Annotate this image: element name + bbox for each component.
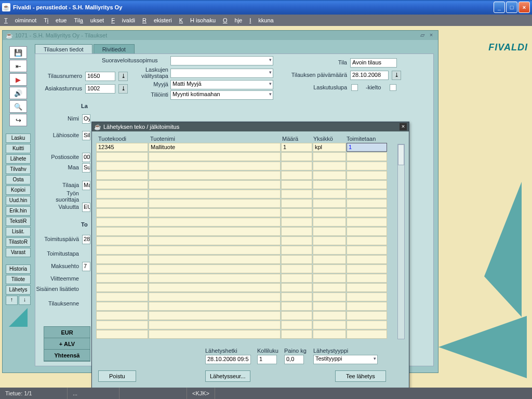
btn-tilpvm-cal[interactable]: ⤓ <box>392 71 401 80</box>
down-button[interactable]: ↓ <box>19 296 31 305</box>
table-row[interactable] <box>96 227 396 236</box>
btn-historia[interactable]: Historia <box>6 264 31 274</box>
table-row[interactable] <box>96 321 396 329</box>
tab-tilauksen-tiedot[interactable]: Tilauksen tiedot <box>35 44 92 54</box>
btn-poistu[interactable]: Poistu <box>98 370 136 382</box>
play-icon[interactable]: ▶ <box>9 73 27 86</box>
table-row[interactable] <box>96 171 396 180</box>
chk-laskutuslupa[interactable] <box>351 84 358 91</box>
table-row[interactable] <box>96 292 396 301</box>
btn-osta[interactable]: Osta <box>6 175 31 184</box>
btn-lasku[interactable]: Lasku <box>6 134 31 143</box>
tab-rivitiedot[interactable]: Rivitiedot <box>94 44 135 54</box>
inp-lahi[interactable]: Sil <box>82 131 90 140</box>
minimize-button[interactable]: _ <box>494 2 505 13</box>
table-row[interactable] <box>96 180 396 189</box>
combo-tiliointi[interactable]: Myynti kotimaahan <box>170 90 273 100</box>
btn-lahetysseur[interactable]: Lähetysseur... <box>205 370 250 382</box>
inp-toimpvm[interactable]: 28 <box>82 235 90 244</box>
zoom-icon[interactable]: 🔍 <box>9 100 27 113</box>
col-tuotenimi[interactable]: Tuotenimi <box>148 135 280 143</box>
combo-suorav[interactable] <box>170 56 273 65</box>
combo-tyyppi[interactable]: Testityyppi <box>313 355 378 364</box>
status-tietue: Tietue: 1/1 <box>0 388 68 399</box>
menu-toiminnot[interactable]: Toiminnot <box>4 17 36 23</box>
table-row[interactable] <box>96 330 396 339</box>
inp-lahetyshetki[interactable]: 28.10.2008 09:5 <box>205 355 251 364</box>
up-button[interactable]: ↑ <box>6 296 18 305</box>
menu-ohje[interactable]: Ohje <box>223 17 242 23</box>
sound-icon[interactable]: 🔊 <box>9 87 27 99</box>
table-row[interactable] <box>96 236 396 245</box>
table-row[interactable] <box>96 208 396 217</box>
btn-kopioi[interactable]: Kopioi <box>6 185 31 195</box>
btn-uudhin[interactable]: Uud.hin <box>6 196 31 205</box>
dialog-close-button[interactable]: × <box>400 123 407 130</box>
inp-tila[interactable]: Avoin tilaus <box>350 58 397 68</box>
btn-tee-lahetys[interactable]: Tee lähetys <box>335 370 386 382</box>
menu-kh[interactable]: KH isohaku <box>179 17 216 23</box>
combo-myyja[interactable]: Matti Myyjä <box>170 80 273 89</box>
menu-fivaldi[interactable]: Fivaldi <box>111 17 135 23</box>
inp-asiakastunnus[interactable]: 1002 <box>85 84 115 94</box>
table-row[interactable] <box>96 199 396 208</box>
back-icon[interactable]: ⇤ <box>9 60 27 72</box>
grid-scrollbar[interactable] <box>397 144 405 339</box>
bg-decor <box>459 182 522 317</box>
chk-kielto[interactable] <box>390 84 396 91</box>
inp-posti[interactable]: 00 <box>82 153 90 162</box>
table-row[interactable]: 12345Mallituote1kpl1 <box>96 143 396 152</box>
table-row[interactable] <box>96 302 396 311</box>
save-icon[interactable]: 💾 <box>9 46 27 59</box>
btn-lahete[interactable]: Lähete <box>6 154 31 164</box>
col-tuotekoodi[interactable]: Tuotekoodi <box>96 135 148 143</box>
mdi-close-button[interactable]: × <box>428 32 435 39</box>
close-button[interactable]: × <box>518 2 530 13</box>
btn-tilastor[interactable]: TilastoR <box>6 237 31 247</box>
inp-nimi[interactable]: Oy <box>82 114 90 124</box>
maximize-button[interactable]: □ <box>506 2 517 13</box>
btn-lisat[interactable]: Lisät. <box>6 227 31 236</box>
dialog-titlebar[interactable]: ☕ Lähetyksen teko / jälkitoimitus × <box>92 122 409 131</box>
inp-tilausnumero[interactable]: 1650 <box>85 72 115 81</box>
table-row[interactable] <box>96 264 396 273</box>
menu-tietue[interactable]: Tietue <box>44 17 66 23</box>
btn-tekstir[interactable]: TekstiR <box>6 217 31 226</box>
btn-tilvahv[interactable]: Tilvahv <box>6 165 31 174</box>
col-yksikko[interactable]: Yksikkö <box>311 135 344 143</box>
menu-ikkuna[interactable]: Ikkuna <box>249 17 273 23</box>
inp-paino[interactable]: 0,0 <box>284 355 304 364</box>
menu-tilaukset[interactable]: Tilaukset <box>74 17 104 23</box>
btn-tilausnumero-lookup[interactable]: ⤓ <box>118 72 128 81</box>
btn-varast[interactable]: Varast <box>6 248 31 257</box>
col-toimitetaan[interactable]: Toimitetaan <box>344 135 385 143</box>
inp-maksu[interactable]: 7 <box>82 262 90 271</box>
btn-kuitti[interactable]: Kuitti <box>6 144 31 153</box>
menu-rekisteri[interactable]: Rekisteri <box>142 17 172 23</box>
inp-kolli[interactable]: 1 <box>257 355 277 364</box>
table-row[interactable] <box>96 311 396 320</box>
col-maara[interactable]: Määrä <box>280 135 311 143</box>
table-row[interactable] <box>96 246 396 255</box>
window-title: Fivaldi - perustiedot - S.H. Malliyritys… <box>13 4 122 10</box>
inp-tilaaja[interactable]: Ma <box>82 181 90 190</box>
table-row[interactable] <box>96 274 396 283</box>
btn-lahetys[interactable]: Lähetys <box>6 285 31 295</box>
status-dots: ... <box>68 388 119 399</box>
btn-erikhin[interactable]: Erik.hin <box>6 206 31 216</box>
inp-valuutta[interactable]: EU <box>82 203 90 212</box>
table-row[interactable] <box>96 218 396 227</box>
table-row[interactable] <box>96 283 396 292</box>
table-row[interactable] <box>96 162 396 170</box>
btn-asiakastunnus-lookup[interactable]: ⤓ <box>118 84 128 94</box>
exit-icon[interactable]: ↪ <box>9 114 27 126</box>
mdi-title: 1071 - S.H. Malliyritys Oy - Tilaukset <box>15 32 417 38</box>
btn-tiliote[interactable]: Tiliote <box>6 275 31 284</box>
inp-tilpvm[interactable]: 28.10.2008 <box>350 71 389 80</box>
table-row[interactable] <box>96 152 396 161</box>
table-row[interactable] <box>96 255 396 264</box>
mdi-restore-button[interactable]: ▱ <box>419 32 426 39</box>
inp-maa[interactable]: Su <box>82 163 90 172</box>
table-row[interactable] <box>96 190 396 198</box>
combo-laskujen[interactable] <box>170 69 273 78</box>
